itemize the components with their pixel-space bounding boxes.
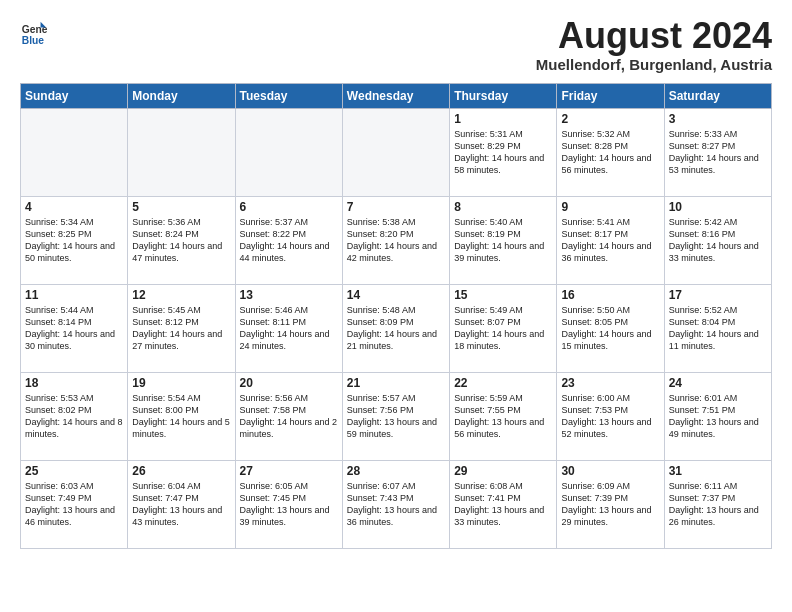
day-info: Sunrise: 5:46 AM Sunset: 8:11 PM Dayligh…	[240, 304, 338, 353]
header: General Blue August 2024 Muellendorf, Bu…	[20, 16, 772, 73]
table-row: 4Sunrise: 5:34 AM Sunset: 8:25 PM Daylig…	[21, 196, 128, 284]
day-info: Sunrise: 5:37 AM Sunset: 8:22 PM Dayligh…	[240, 216, 338, 265]
day-info: Sunrise: 5:45 AM Sunset: 8:12 PM Dayligh…	[132, 304, 230, 353]
table-row: 19Sunrise: 5:54 AM Sunset: 8:00 PM Dayli…	[128, 372, 235, 460]
day-number: 22	[454, 376, 552, 390]
table-row: 29Sunrise: 6:08 AM Sunset: 7:41 PM Dayli…	[450, 460, 557, 548]
day-info: Sunrise: 6:11 AM Sunset: 7:37 PM Dayligh…	[669, 480, 767, 529]
day-number: 19	[132, 376, 230, 390]
day-info: Sunrise: 5:52 AM Sunset: 8:04 PM Dayligh…	[669, 304, 767, 353]
logo: General Blue	[20, 20, 48, 48]
table-row: 1Sunrise: 5:31 AM Sunset: 8:29 PM Daylig…	[450, 108, 557, 196]
day-number: 25	[25, 464, 123, 478]
day-info: Sunrise: 6:03 AM Sunset: 7:49 PM Dayligh…	[25, 480, 123, 529]
day-info: Sunrise: 5:57 AM Sunset: 7:56 PM Dayligh…	[347, 392, 445, 441]
day-info: Sunrise: 5:48 AM Sunset: 8:09 PM Dayligh…	[347, 304, 445, 353]
day-number: 31	[669, 464, 767, 478]
day-info: Sunrise: 5:50 AM Sunset: 8:05 PM Dayligh…	[561, 304, 659, 353]
day-info: Sunrise: 5:56 AM Sunset: 7:58 PM Dayligh…	[240, 392, 338, 441]
table-row	[128, 108, 235, 196]
day-info: Sunrise: 5:33 AM Sunset: 8:27 PM Dayligh…	[669, 128, 767, 177]
day-info: Sunrise: 5:41 AM Sunset: 8:17 PM Dayligh…	[561, 216, 659, 265]
day-number: 9	[561, 200, 659, 214]
table-row: 16Sunrise: 5:50 AM Sunset: 8:05 PM Dayli…	[557, 284, 664, 372]
table-row: 24Sunrise: 6:01 AM Sunset: 7:51 PM Dayli…	[664, 372, 771, 460]
table-row: 20Sunrise: 5:56 AM Sunset: 7:58 PM Dayli…	[235, 372, 342, 460]
day-info: Sunrise: 6:09 AM Sunset: 7:39 PM Dayligh…	[561, 480, 659, 529]
table-row: 5Sunrise: 5:36 AM Sunset: 8:24 PM Daylig…	[128, 196, 235, 284]
col-saturday: Saturday	[664, 83, 771, 108]
calendar-week-row: 1Sunrise: 5:31 AM Sunset: 8:29 PM Daylig…	[21, 108, 772, 196]
day-number: 18	[25, 376, 123, 390]
day-info: Sunrise: 5:40 AM Sunset: 8:19 PM Dayligh…	[454, 216, 552, 265]
table-row: 17Sunrise: 5:52 AM Sunset: 8:04 PM Dayli…	[664, 284, 771, 372]
day-info: Sunrise: 5:59 AM Sunset: 7:55 PM Dayligh…	[454, 392, 552, 441]
logo-icon: General Blue	[20, 20, 48, 48]
table-row	[21, 108, 128, 196]
day-number: 26	[132, 464, 230, 478]
table-row	[342, 108, 449, 196]
calendar-week-row: 4Sunrise: 5:34 AM Sunset: 8:25 PM Daylig…	[21, 196, 772, 284]
col-sunday: Sunday	[21, 83, 128, 108]
location: Muellendorf, Burgenland, Austria	[536, 56, 772, 73]
table-row: 8Sunrise: 5:40 AM Sunset: 8:19 PM Daylig…	[450, 196, 557, 284]
day-info: Sunrise: 6:05 AM Sunset: 7:45 PM Dayligh…	[240, 480, 338, 529]
day-info: Sunrise: 5:53 AM Sunset: 8:02 PM Dayligh…	[25, 392, 123, 441]
table-row: 25Sunrise: 6:03 AM Sunset: 7:49 PM Dayli…	[21, 460, 128, 548]
table-row: 31Sunrise: 6:11 AM Sunset: 7:37 PM Dayli…	[664, 460, 771, 548]
day-info: Sunrise: 6:04 AM Sunset: 7:47 PM Dayligh…	[132, 480, 230, 529]
day-number: 17	[669, 288, 767, 302]
day-info: Sunrise: 5:38 AM Sunset: 8:20 PM Dayligh…	[347, 216, 445, 265]
col-thursday: Thursday	[450, 83, 557, 108]
day-number: 2	[561, 112, 659, 126]
day-info: Sunrise: 6:07 AM Sunset: 7:43 PM Dayligh…	[347, 480, 445, 529]
day-number: 7	[347, 200, 445, 214]
calendar-week-row: 11Sunrise: 5:44 AM Sunset: 8:14 PM Dayli…	[21, 284, 772, 372]
day-number: 27	[240, 464, 338, 478]
calendar-header-row: Sunday Monday Tuesday Wednesday Thursday…	[21, 83, 772, 108]
table-row: 23Sunrise: 6:00 AM Sunset: 7:53 PM Dayli…	[557, 372, 664, 460]
day-number: 8	[454, 200, 552, 214]
day-number: 30	[561, 464, 659, 478]
page: General Blue August 2024 Muellendorf, Bu…	[0, 0, 792, 559]
table-row: 7Sunrise: 5:38 AM Sunset: 8:20 PM Daylig…	[342, 196, 449, 284]
day-number: 12	[132, 288, 230, 302]
day-number: 15	[454, 288, 552, 302]
day-info: Sunrise: 6:08 AM Sunset: 7:41 PM Dayligh…	[454, 480, 552, 529]
table-row: 10Sunrise: 5:42 AM Sunset: 8:16 PM Dayli…	[664, 196, 771, 284]
day-info: Sunrise: 6:00 AM Sunset: 7:53 PM Dayligh…	[561, 392, 659, 441]
day-number: 16	[561, 288, 659, 302]
col-wednesday: Wednesday	[342, 83, 449, 108]
day-info: Sunrise: 5:36 AM Sunset: 8:24 PM Dayligh…	[132, 216, 230, 265]
day-info: Sunrise: 5:34 AM Sunset: 8:25 PM Dayligh…	[25, 216, 123, 265]
day-number: 6	[240, 200, 338, 214]
day-number: 11	[25, 288, 123, 302]
table-row: 26Sunrise: 6:04 AM Sunset: 7:47 PM Dayli…	[128, 460, 235, 548]
day-number: 24	[669, 376, 767, 390]
svg-text:Blue: Blue	[22, 35, 45, 46]
day-number: 23	[561, 376, 659, 390]
month-year: August 2024	[536, 16, 772, 56]
table-row: 12Sunrise: 5:45 AM Sunset: 8:12 PM Dayli…	[128, 284, 235, 372]
table-row: 28Sunrise: 6:07 AM Sunset: 7:43 PM Dayli…	[342, 460, 449, 548]
col-tuesday: Tuesday	[235, 83, 342, 108]
day-number: 28	[347, 464, 445, 478]
day-number: 29	[454, 464, 552, 478]
table-row: 18Sunrise: 5:53 AM Sunset: 8:02 PM Dayli…	[21, 372, 128, 460]
day-number: 14	[347, 288, 445, 302]
calendar-week-row: 18Sunrise: 5:53 AM Sunset: 8:02 PM Dayli…	[21, 372, 772, 460]
day-info: Sunrise: 6:01 AM Sunset: 7:51 PM Dayligh…	[669, 392, 767, 441]
day-number: 5	[132, 200, 230, 214]
table-row: 2Sunrise: 5:32 AM Sunset: 8:28 PM Daylig…	[557, 108, 664, 196]
day-info: Sunrise: 5:32 AM Sunset: 8:28 PM Dayligh…	[561, 128, 659, 177]
table-row: 11Sunrise: 5:44 AM Sunset: 8:14 PM Dayli…	[21, 284, 128, 372]
day-info: Sunrise: 5:31 AM Sunset: 8:29 PM Dayligh…	[454, 128, 552, 177]
table-row: 3Sunrise: 5:33 AM Sunset: 8:27 PM Daylig…	[664, 108, 771, 196]
day-number: 13	[240, 288, 338, 302]
table-row: 9Sunrise: 5:41 AM Sunset: 8:17 PM Daylig…	[557, 196, 664, 284]
table-row	[235, 108, 342, 196]
day-number: 21	[347, 376, 445, 390]
day-number: 20	[240, 376, 338, 390]
day-number: 1	[454, 112, 552, 126]
day-number: 3	[669, 112, 767, 126]
